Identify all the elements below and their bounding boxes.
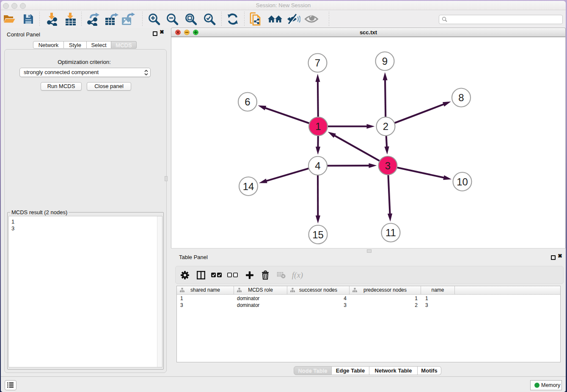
svg-text:10: 10	[457, 176, 468, 188]
svg-text:1: 1	[315, 121, 321, 132]
svg-text:11: 11	[385, 227, 396, 238]
svg-text:15: 15	[312, 229, 324, 240]
svg-text:2: 2	[383, 121, 388, 132]
svg-text:14: 14	[243, 181, 254, 192]
svg-text:9: 9	[382, 55, 388, 67]
svg-text:8: 8	[458, 92, 464, 103]
svg-text:4: 4	[315, 160, 320, 171]
svg-text:3: 3	[385, 160, 391, 171]
svg-text:6: 6	[245, 96, 250, 108]
svg-text:7: 7	[315, 57, 320, 69]
